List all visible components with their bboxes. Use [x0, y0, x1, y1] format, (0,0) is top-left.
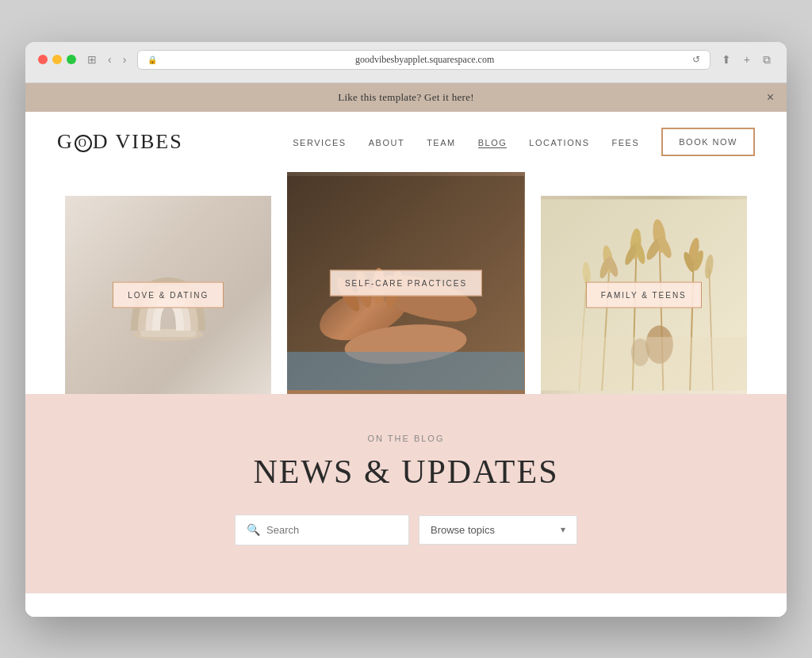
new-tab-button[interactable]: +	[741, 52, 753, 68]
book-now-button[interactable]: BOOK NOW	[661, 128, 755, 156]
nav-services[interactable]: SERVICES	[293, 138, 346, 147]
love-dating-label: LOVE & DATING	[113, 281, 224, 308]
address-bar[interactable]: 🔒 goodvibesbyapplet.squarespace.com ↺	[137, 50, 710, 70]
sidebar-toggle-button[interactable]: ⊞	[84, 52, 100, 67]
back-button[interactable]: ‹	[105, 52, 115, 67]
family-teens-label: FAMILY & TEENS	[586, 281, 702, 308]
website-content: Like this template? Get it here! × GOD V…	[25, 83, 787, 617]
browse-topics-label: Browse topics	[431, 524, 495, 536]
blog-section: ON THE BLOG NEWS & UPDATES 🔍 Browse topi…	[25, 394, 787, 593]
nav-links: SERVICES ABOUT TEAM BLOG LOCATIONS FEES …	[293, 128, 755, 156]
traffic-lights	[38, 55, 76, 64]
nav-locations[interactable]: LOCATIONS	[529, 138, 589, 147]
announcement-banner: Like this template? Get it here! ×	[25, 83, 787, 112]
search-icon: 🔍	[247, 523, 260, 537]
browser-action-buttons: ⬆ + ⧉	[718, 52, 774, 68]
category-card-self-care[interactable]: SELF-CARE PRACTICES	[287, 172, 524, 394]
refresh-icon: ↺	[692, 54, 700, 66]
blog-title: NEWS & UPDATES	[57, 453, 755, 491]
announcement-text: Like this template? Get it here!	[338, 91, 474, 103]
blog-subtitle: ON THE BLOG	[57, 434, 755, 443]
fullscreen-traffic-light[interactable]	[67, 55, 76, 64]
browser-chrome: ⊞ ‹ › 🔒 goodvibesbyapplet.squarespace.co…	[25, 42, 787, 83]
browser-window: ⊞ ‹ › 🔒 goodvibesbyapplet.squarespace.co…	[25, 42, 787, 617]
main-nav: GOD VIBES SERVICES ABOUT TEAM BLOG LOCAT…	[25, 112, 787, 172]
nav-about[interactable]: ABOUT	[369, 138, 404, 147]
minimize-traffic-light[interactable]	[52, 55, 62, 64]
search-input[interactable]	[266, 524, 397, 536]
self-care-label: SELF-CARE PRACTICES	[330, 270, 482, 296]
nav-team[interactable]: TEAM	[427, 138, 456, 147]
tab-bar	[38, 76, 774, 82]
search-box[interactable]: 🔍	[235, 515, 409, 545]
browse-topics-dropdown[interactable]: Browse topics ▾	[419, 515, 577, 545]
chevron-down-icon: ▾	[561, 524, 565, 535]
category-card-family-teens[interactable]: FAMILY & TEENS	[541, 196, 747, 394]
url-text: goodvibesbyapplet.squarespace.com	[162, 54, 687, 66]
nav-fees[interactable]: FEES	[612, 138, 640, 147]
site-logo[interactable]: GOD VIBES	[57, 130, 183, 154]
search-row: 🔍 Browse topics ▾	[57, 515, 755, 545]
category-card-love-dating[interactable]: LOVE & DATING	[65, 196, 271, 394]
share-button[interactable]: ⬆	[718, 52, 734, 68]
close-traffic-light[interactable]	[38, 55, 48, 64]
browser-nav-buttons: ⊞ ‹ ›	[84, 52, 129, 67]
blog-categories: LOVE & DATING	[25, 172, 787, 394]
windows-button[interactable]: ⧉	[760, 52, 774, 68]
forward-button[interactable]: ›	[120, 52, 130, 67]
banner-close-button[interactable]: ×	[767, 90, 774, 105]
nav-blog[interactable]: BLOG	[478, 138, 508, 148]
logo-o-circle: O	[75, 135, 92, 152]
svg-rect-34	[541, 337, 747, 391]
bottom-strip	[25, 593, 787, 617]
lock-icon: 🔒	[147, 55, 157, 64]
svg-rect-10	[287, 351, 524, 389]
